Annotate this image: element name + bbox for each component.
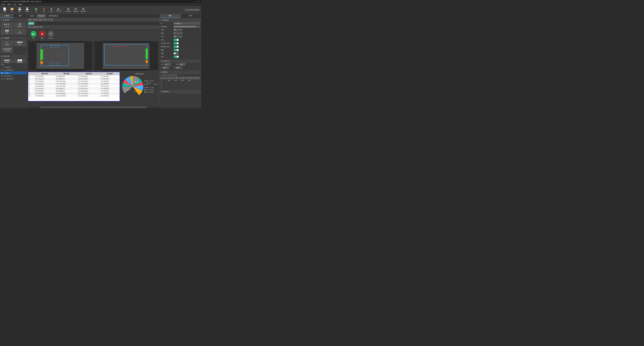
table-cell-5-1[interactable]: 731.97553055... <box>34 87 55 90</box>
ds-row-4-c3[interactable] <box>180 87 187 89</box>
tool-toolbutton[interactable]: 🔧 Tool Button 工具按钮 <box>1 47 13 53</box>
tab-main-flow[interactable]: 主流程 <box>28 14 36 18</box>
table-cell-7-1[interactable]: 731.97553055... <box>34 92 55 95</box>
dispset-button[interactable]: 🖥 显示设置 <box>80 7 87 14</box>
prop-cols-input[interactable] <box>174 32 182 34</box>
datasource-header[interactable]: ▼ 数据源 <box>160 71 201 74</box>
stop-toolbar-button[interactable]: ■ 停止 <box>40 7 47 14</box>
prop-rowheight-input[interactable] <box>174 35 182 38</box>
h-up[interactable]: ▲ <box>183 67 184 69</box>
table-cell-8-2[interactable]: 1011.24343939... <box>55 95 78 97</box>
y-down[interactable]: ▼ <box>188 63 190 65</box>
lang-button[interactable]: A Chinese|中文(简体) <box>184 8 200 12</box>
pause-toolbar-button[interactable]: ⏸ 暂停 <box>48 7 55 14</box>
x-input[interactable] <box>165 63 171 66</box>
ds-row-2-c3[interactable] <box>180 82 187 84</box>
prop-header-input[interactable] <box>174 26 200 28</box>
stop-circle[interactable]: ■ <box>39 31 45 37</box>
ds-row-3-c4[interactable] <box>187 84 194 87</box>
table-cell-2-2[interactable]: 1010.60247880... <box>55 80 78 83</box>
layer-m_imgWidget_3[interactable]: 🖼 m_imgWidget_3 <box>0 69 27 72</box>
table-cell-4-0[interactable]: 6 <box>28 85 34 87</box>
align-middle-button[interactable]: ↕ <box>47 19 50 21</box>
bottom-scroll-bar[interactable] <box>40 107 146 108</box>
table-cell-5-2[interactable]: 997.98596219... <box>55 87 78 90</box>
table-cell-3-3[interactable]: 54.7153318550... <box>78 83 100 85</box>
ds-row-2-c1[interactable] <box>167 82 173 84</box>
ds-row-1-c5[interactable] <box>194 79 200 82</box>
step-button[interactable]: ▶▷ 单步运行 <box>56 7 62 14</box>
align-bottom-button[interactable]: ⬇ <box>50 19 53 21</box>
run-toolbar-button[interactable]: ▶ 运行 <box>33 7 40 14</box>
button-section-header[interactable]: ▼ ▼ 按钮组 <box>0 37 27 40</box>
table-cell-5-4[interactable]: 277.8876964... <box>100 87 120 90</box>
sub-tab-main[interactable]: Main <box>28 22 34 25</box>
saveas-button[interactable]: 💾 另存为 <box>24 7 30 14</box>
save-button[interactable]: 💾 保存 <box>16 7 23 14</box>
table-cell-8-4[interactable]: 281.2959698... <box>100 95 120 97</box>
layer-m_widget_2[interactable]: ⬚ m_widget_2 <box>0 66 27 69</box>
table-cell-8-3[interactable]: 54.7153318550... <box>78 95 100 97</box>
stop-ui-button[interactable]: ■ Stop <box>39 31 45 39</box>
ds-row-2-c2[interactable] <box>173 82 180 84</box>
y-arrows[interactable]: ▲ ▼ <box>186 63 190 65</box>
table-cell-6-4[interactable]: 277.8876964... <box>100 90 120 92</box>
table-cell-7-2[interactable]: 1010.60247880... <box>55 92 78 95</box>
tab-ui-script[interactable]: UI脚本编辑器 <box>46 14 60 18</box>
table-cell-1-2[interactable]: 997.98596219... <box>55 78 78 80</box>
table-cell-0-0[interactable]: 2 <box>28 75 34 78</box>
h-input[interactable] <box>176 67 182 69</box>
prop-grid-toggle[interactable] <box>174 49 179 51</box>
layer-m_pieChart_5[interactable]: ◑ m_pieChart_5 <box>0 74 27 77</box>
menu-tools[interactable]: 工具 <box>12 3 18 6</box>
table-cell-6-2[interactable]: 997.98596219... <box>55 90 78 92</box>
x-arrows[interactable]: ▲ ▼ <box>171 63 175 65</box>
prop-replace-toggle[interactable] <box>174 52 179 55</box>
y-up[interactable]: ▲ <box>186 63 188 65</box>
prop-rows-input[interactable] <box>174 29 182 31</box>
table-cell-5-3[interactable]: 51.5974613810... <box>78 87 100 90</box>
ds-row-3-c2[interactable] <box>173 84 180 87</box>
ds-row-2-c5[interactable] <box>194 82 200 84</box>
table-cell-7-0[interactable]: 9 <box>28 92 34 95</box>
datasource-grid[interactable]: 1 2 3 4 5 1 Vars... Vars... Vars... <box>160 77 201 89</box>
table-cell-2-0[interactable]: 4 <box>28 80 34 83</box>
y-input[interactable] <box>180 63 186 66</box>
table-cell-6-0[interactable]: 8 <box>28 90 34 92</box>
pause-ui-button[interactable]: ⏸ Pause <box>48 31 54 39</box>
table-cell-7-3[interactable]: 50.7237643100... <box>78 92 100 95</box>
data-table-widget[interactable]: 叠片长度 叠片宽度 极耳长度 极耳宽度 2731.97553053...997.… <box>28 72 120 101</box>
prop-vheader-toggle[interactable] <box>174 45 179 48</box>
table-cell-8-1[interactable]: 730.23105911... <box>34 95 55 97</box>
resources-tab[interactable]: 资源 <box>14 14 27 18</box>
varset-button[interactable]: ⚙ 变量设置 <box>72 7 79 14</box>
w-down[interactable]: ▼ <box>172 67 173 69</box>
table-info-header[interactable]: ▼ 表格信息 <box>160 19 201 22</box>
ds-row-1-c1[interactable]: Vars... <box>167 79 173 82</box>
x-down[interactable]: ▼ <box>173 63 175 65</box>
table-cell-4-4[interactable]: 278.6152438... <box>100 85 120 87</box>
table-cell-5-0[interactable]: 7 <box>28 87 34 90</box>
new-button[interactable]: 📄 新建 <box>1 7 8 14</box>
table-cell-8-0[interactable]: 10 <box>28 95 34 97</box>
bottom-scroll[interactable] <box>27 106 160 108</box>
w-up[interactable]: ▲ <box>170 67 171 69</box>
table-cell-2-1[interactable]: 731.97553055... <box>34 80 55 83</box>
menu-file[interactable]: 文件 <box>1 3 6 6</box>
toolbox-tab[interactable]: 工具箱 <box>0 14 14 18</box>
rowheight-down-arrow[interactable]: ▼ <box>182 37 182 38</box>
table-cell-1-4[interactable]: 277.8876964... <box>100 78 120 80</box>
rowheight-arrows[interactable]: ▲ ▼ <box>182 36 182 38</box>
table-cell-4-2[interactable]: 1012.16207550... <box>55 85 78 87</box>
tool-runframe[interactable]: ▶ ■ ⏸ 运行框 <box>1 22 13 28</box>
layer-m_imgWidget_6[interactable]: 🖼 m_imgWidget_6 <box>0 77 27 80</box>
table-cell-3-0[interactable]: 5 <box>28 83 34 85</box>
rows-arrows[interactable]: ▲ ▼ <box>182 29 182 31</box>
table-cell-3-4[interactable]: 281.2959698... <box>100 83 120 85</box>
table-cell-0-4[interactable]: 277.8876964... <box>100 75 120 78</box>
ds-row-4-c4[interactable] <box>187 87 194 89</box>
tool-button[interactable]: Button 按钮 <box>14 40 26 46</box>
table-cell-6-1[interactable]: 731.97553055... <box>34 90 55 92</box>
ds-row-4-c1[interactable] <box>167 87 173 89</box>
add-tab-button[interactable]: + <box>34 22 38 25</box>
